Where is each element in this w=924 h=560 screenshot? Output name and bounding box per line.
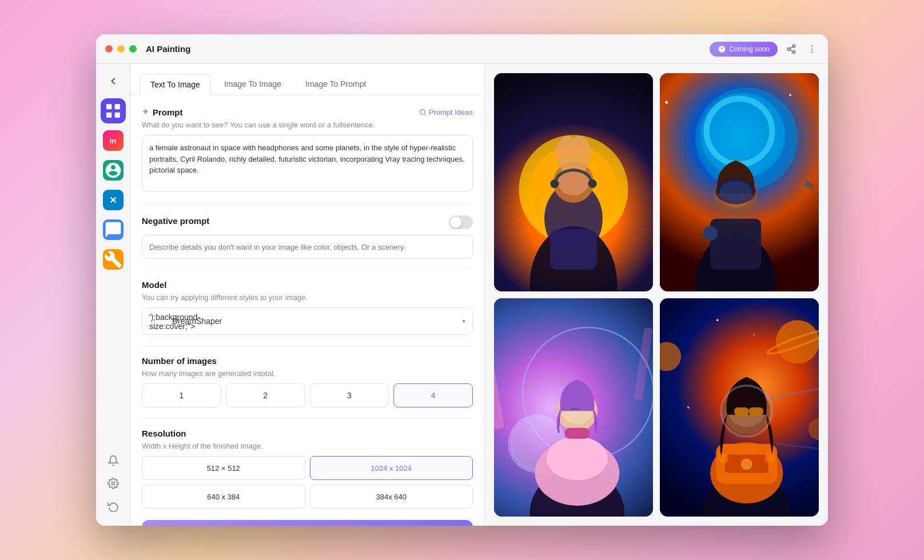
refresh-button[interactable] — [105, 498, 121, 514]
image-card-4[interactable] — [660, 298, 819, 517]
model-label: Model — [142, 280, 473, 290]
close-button[interactable] — [105, 45, 113, 53]
app-window: AI Painting 🕐 Coming soon — [96, 34, 828, 526]
svg-point-60 — [753, 334, 755, 335]
negative-prompt-input[interactable] — [142, 235, 473, 259]
sidebar-item-tools[interactable] — [101, 247, 126, 272]
sidebar-item-chatgpt[interactable] — [101, 158, 126, 183]
num-btn-1[interactable]: 1 — [142, 383, 221, 407]
num-btn-4[interactable]: 4 — [393, 383, 473, 407]
svg-point-23 — [550, 179, 559, 188]
share-button[interactable] — [784, 42, 798, 56]
left-panel: Text To Image Image To Image Image To Pr… — [130, 64, 485, 526]
svg-point-13 — [420, 109, 425, 114]
num-btn-3[interactable]: 3 — [310, 383, 389, 407]
clock-icon: 🕐 — [718, 45, 726, 53]
num-images-grid: 1 2 3 4 — [142, 383, 473, 407]
neg-prompt-header: Negative prompt — [142, 215, 473, 229]
num-images-label: Number of images — [142, 356, 473, 366]
res-btn-1024[interactable]: 1024 x 1024 — [310, 456, 473, 480]
toggle-knob — [450, 217, 461, 228]
res-btn-384x640[interactable]: 384x 640 — [310, 485, 473, 509]
right-panel — [485, 64, 828, 526]
svg-point-24 — [588, 179, 596, 188]
svg-point-50 — [547, 437, 608, 480]
svg-point-5 — [811, 45, 813, 46]
sidebar: in ✕ — [96, 64, 130, 526]
svg-point-6 — [811, 48, 813, 49]
image-card-3[interactable] — [494, 298, 653, 517]
svg-point-2 — [792, 51, 795, 54]
svg-point-39 — [703, 226, 717, 240]
svg-point-75 — [718, 453, 728, 463]
negative-prompt-toggle[interactable] — [449, 215, 473, 229]
settings-button[interactable] — [105, 475, 121, 491]
svg-point-12 — [111, 482, 114, 485]
maximize-button[interactable] — [129, 45, 137, 53]
sidebar-bottom — [105, 453, 121, 519]
sidebar-item-linkedin[interactable]: in — [101, 128, 126, 153]
main-layout: in ✕ — [96, 64, 828, 526]
sidebar-top: in ✕ — [101, 71, 126, 448]
minimize-button[interactable] — [117, 45, 125, 53]
svg-line-3 — [790, 50, 792, 51]
prompt-label: ✦ Prompt Prompt Ideas — [142, 107, 473, 117]
prompt-sublabel: What do you want to see? You can use a s… — [142, 121, 473, 129]
svg-point-38 — [720, 181, 752, 201]
negative-prompt-section: Negative prompt — [142, 215, 473, 259]
resolution-sublabel: Width x Height of the finished image. — [142, 442, 473, 450]
svg-point-55 — [776, 320, 819, 363]
resolution-grid: 512 × 512 1024 x 1024 640 x 384 384x 640 — [142, 456, 473, 509]
titlebar-actions: 🕐 Coming soon — [710, 42, 819, 57]
svg-rect-22 — [550, 230, 596, 270]
svg-point-59 — [716, 319, 719, 321]
prompt-section: ✦ Prompt Prompt Ideas What do you want t… — [142, 107, 473, 194]
svg-rect-34 — [710, 219, 761, 270]
app-title: AI Painting — [146, 44, 190, 54]
svg-rect-9 — [114, 104, 120, 109]
svg-point-7 — [811, 51, 813, 53]
model-thumbnail: ');background-size:cover;"> — [149, 313, 166, 330]
sidebar-item-xero[interactable]: ✕ — [101, 187, 126, 213]
sidebar-item-messages[interactable] — [101, 217, 126, 242]
svg-line-14 — [424, 114, 425, 115]
model-section: Model You can try applying different sty… — [142, 280, 473, 335]
image-card-2[interactable] — [660, 73, 819, 291]
svg-rect-10 — [106, 113, 111, 118]
prompt-ideas-link[interactable]: Prompt Ideas — [419, 108, 473, 117]
notifications-button[interactable] — [105, 453, 121, 469]
panel-content: ✦ Prompt Prompt Ideas What do you want t… — [130, 95, 484, 526]
svg-rect-72 — [749, 407, 763, 415]
svg-point-30 — [789, 94, 791, 96]
tab-text-to-image[interactable]: Text To Image — [140, 74, 211, 95]
traffic-lights — [105, 45, 137, 53]
svg-rect-8 — [106, 104, 111, 109]
svg-rect-11 — [114, 113, 120, 118]
num-images-section: Number of images How many images are gen… — [142, 356, 473, 407]
res-btn-640x384[interactable]: 640 x 384 — [142, 485, 305, 509]
back-button[interactable] — [103, 71, 124, 91]
model-dropdown[interactable]: ');background-size:cover;"> DreamShaper … — [142, 307, 473, 335]
res-btn-512[interactable]: 512 × 512 — [142, 456, 305, 480]
svg-point-76 — [765, 453, 775, 463]
coming-soon-badge: 🕐 Coming soon — [710, 42, 778, 57]
model-sublabel: You can try applying different styles to… — [142, 293, 473, 302]
num-images-sublabel: How many images are generated intotal. — [142, 369, 473, 378]
tab-image-to-prompt[interactable]: Image To Prompt — [294, 73, 377, 95]
prompt-textarea[interactable]: a female astronaut in space with headpho… — [142, 135, 473, 192]
chevron-down-icon: ▾ — [462, 317, 465, 325]
model-name: DreamShaper — [172, 317, 456, 326]
num-btn-2[interactable]: 2 — [226, 383, 305, 407]
svg-point-0 — [792, 45, 795, 47]
svg-point-29 — [665, 101, 668, 103]
svg-point-1 — [787, 47, 790, 50]
titlebar: AI Painting 🕐 Coming soon — [96, 34, 828, 64]
svg-point-61 — [687, 406, 690, 409]
neg-prompt-label: Negative prompt — [142, 216, 209, 226]
more-button[interactable] — [805, 42, 819, 56]
generate-button[interactable]: ✦ Generate — [142, 520, 473, 526]
image-card-1[interactable] — [494, 73, 653, 291]
tab-image-to-image[interactable]: Image To Image — [213, 73, 292, 95]
sidebar-item-grid[interactable] — [101, 98, 126, 123]
svg-rect-71 — [734, 407, 748, 415]
